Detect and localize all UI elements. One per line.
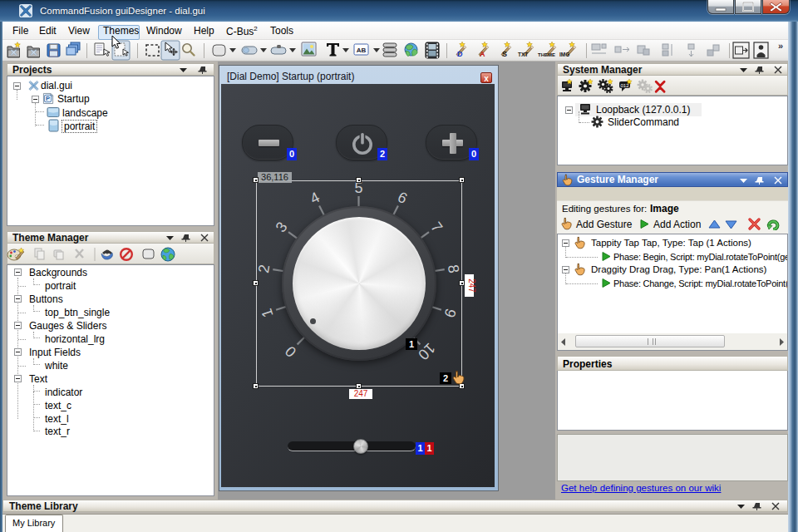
svg-text:A: A <box>480 50 485 58</box>
svg-text:»: » <box>778 41 783 51</box>
svg-text:P: P <box>46 95 50 102</box>
svg-text:D: D <box>457 50 463 58</box>
svg-text:AB: AB <box>357 47 367 54</box>
svg-text:TXT: TXT <box>518 52 528 57</box>
svg-text:IMG: IMG <box>559 52 569 57</box>
svg-text:THEME: THEME <box>538 52 555 57</box>
svg-text:S: S <box>502 50 507 58</box>
